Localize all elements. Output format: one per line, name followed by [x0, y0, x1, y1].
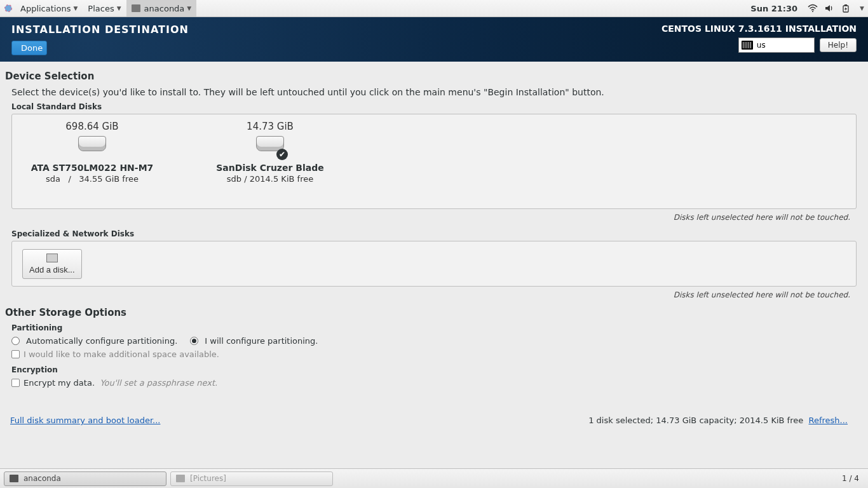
- svg-rect-4: [844, 4, 847, 6]
- task-label: anaconda: [24, 474, 61, 483]
- disk-icon: [46, 254, 58, 262]
- battery-icon[interactable]: [841, 3, 851, 13]
- checkbox-icon: [11, 350, 20, 358]
- gnome-top-panel: Applications ▼ Places ▼ anaconda ▼ Sun 2…: [0, 0, 868, 17]
- radio-manual-partition[interactable]: I will configure partitioning.: [190, 336, 318, 346]
- page-title: INSTALLATION DESTINATION: [11, 24, 189, 36]
- disk-free: sda / 34.55 GiB free: [22, 174, 162, 184]
- add-disk-button[interactable]: Add a disk...: [22, 249, 82, 279]
- radio-manual-label: I will configure partitioning.: [205, 336, 318, 346]
- wifi-icon[interactable]: [808, 3, 818, 13]
- disk-model: ATA ST750LM022 HN-M7: [22, 163, 162, 173]
- bottom-taskbar: anaconda [Pictures] 1 / 4: [0, 468, 868, 488]
- task-label: [Pictures]: [190, 474, 226, 483]
- usbdisk-icon: ✔: [255, 136, 285, 156]
- volume-icon[interactable]: [824, 3, 834, 13]
- network-disks-frame: Add a disk...: [11, 241, 857, 287]
- unselected-note: Disks left unselected here will not be t…: [5, 213, 850, 222]
- active-app-menu[interactable]: anaconda ▼: [126, 0, 197, 17]
- places-menu[interactable]: Places ▼: [83, 0, 126, 17]
- encryption-heading: Encryption: [11, 365, 857, 374]
- window-icon: [10, 475, 18, 482]
- chevron-down-icon: ▼: [187, 5, 191, 11]
- selection-summary: 1 disk selected; 14.73 GiB capacity; 201…: [588, 416, 803, 425]
- keyboard-indicator[interactable]: us: [738, 37, 815, 53]
- radio-auto-partition[interactable]: Automatically configure partitioning.: [11, 336, 177, 346]
- system-tray: Sun 21:30 ▼: [750, 3, 864, 13]
- partitioning-heading: Partitioning: [11, 323, 857, 332]
- encrypt-label: Encrypt my data.: [24, 378, 95, 388]
- main-content: Device Selection Select the device(s) yo…: [0, 62, 868, 468]
- keyboard-layout-label: us: [757, 41, 766, 50]
- disk-sda[interactable]: 698.64 GiB ATA ST750LM022 HN-M7 sda / 34…: [22, 121, 162, 184]
- active-app-label: anaconda: [144, 4, 185, 13]
- anaconda-app-icon: [132, 4, 140, 12]
- device-selection-heading: Device Selection: [5, 71, 857, 82]
- local-disks-heading: Local Standard Disks: [11, 102, 857, 111]
- checkbox-icon: [11, 379, 20, 387]
- selected-check-icon: ✔: [276, 149, 288, 160]
- taskbar-item-pictures[interactable]: [Pictures]: [170, 471, 333, 486]
- applications-menu[interactable]: Applications ▼: [15, 0, 83, 17]
- help-button[interactable]: Help!: [820, 38, 857, 52]
- distro-title: CENTOS LINUX 7.3.1611 INSTALLATION: [661, 24, 857, 34]
- chevron-down-icon: ▼: [117, 5, 121, 11]
- installer-header: INSTALLATION DESTINATION Done CENTOS LIN…: [0, 17, 868, 62]
- refresh-link[interactable]: Refresh...: [809, 416, 848, 425]
- places-label: Places: [88, 4, 114, 13]
- encrypt-hint: You'll set a passphrase next.: [100, 378, 217, 388]
- applications-label: Applications: [20, 4, 71, 13]
- local-disks-frame: 698.64 GiB ATA ST750LM022 HN-M7 sda / 34…: [11, 114, 857, 209]
- disk-size: 698.64 GiB: [22, 121, 162, 132]
- full-disk-summary-link[interactable]: Full disk summary and boot loader...: [10, 416, 160, 425]
- radio-auto-label: Automatically configure partitioning.: [26, 336, 177, 346]
- other-storage-heading: Other Storage Options: [5, 307, 857, 318]
- checkbox-encrypt[interactable]: Encrypt my data. You'll set a passphrase…: [11, 378, 217, 388]
- disk-sdb[interactable]: 14.73 GiB ✔ SanDisk Cruzer Blade sdb / 2…: [200, 121, 340, 184]
- window-icon: [176, 475, 185, 482]
- workspace-indicator[interactable]: 1 / 4: [837, 474, 864, 483]
- checkbox-reclaim-space[interactable]: I would like to make additional space av…: [11, 349, 219, 359]
- keyboard-icon: [742, 41, 753, 50]
- disk-size: 14.73 GiB: [200, 121, 340, 132]
- done-button[interactable]: Done: [11, 41, 47, 55]
- harddisk-icon: [77, 136, 107, 156]
- device-selection-intro: Select the device(s) you'd like to insta…: [11, 87, 857, 97]
- network-disks-heading: Specialized & Network Disks: [11, 229, 857, 238]
- unselected-note: Disks left unselected here will not be t…: [5, 290, 850, 299]
- disk-free: sdb / 2014.5 KiB free: [200, 174, 340, 184]
- radio-icon: [190, 337, 198, 345]
- disk-model: SanDisk Cruzer Blade: [200, 163, 340, 173]
- taskbar-item-anaconda[interactable]: anaconda: [4, 471, 166, 486]
- distro-logo-icon: [4, 4, 13, 13]
- reclaim-label: I would like to make additional space av…: [24, 349, 219, 359]
- radio-icon: [11, 337, 20, 345]
- chevron-down-icon[interactable]: ▼: [860, 5, 864, 11]
- svg-point-2: [812, 11, 813, 12]
- add-disk-label: Add a disk...: [29, 265, 75, 274]
- clock[interactable]: Sun 21:30: [750, 4, 797, 13]
- chevron-down-icon: ▼: [73, 5, 78, 11]
